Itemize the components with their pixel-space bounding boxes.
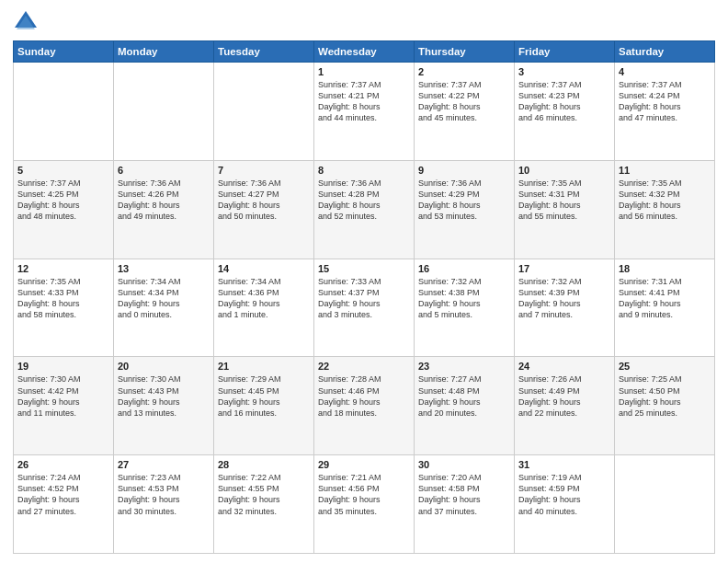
- calendar-cell: 21Sunrise: 7:29 AM Sunset: 4:45 PM Dayli…: [214, 357, 314, 455]
- calendar-cell: [14, 63, 114, 161]
- day-info: Sunrise: 7:32 AM Sunset: 4:38 PM Dayligh…: [418, 276, 510, 321]
- calendar-cell: 13Sunrise: 7:34 AM Sunset: 4:34 PM Dayli…: [114, 259, 214, 357]
- calendar-cell: 1Sunrise: 7:37 AM Sunset: 4:21 PM Daylig…: [314, 63, 415, 161]
- day-info: Sunrise: 7:34 AM Sunset: 4:36 PM Dayligh…: [218, 276, 310, 321]
- day-number: 29: [318, 459, 410, 470]
- day-info: Sunrise: 7:24 AM Sunset: 4:52 PM Dayligh…: [17, 472, 109, 517]
- day-number: 14: [218, 263, 310, 274]
- week-row-2: 5Sunrise: 7:37 AM Sunset: 4:25 PM Daylig…: [14, 160, 715, 259]
- day-info: Sunrise: 7:32 AM Sunset: 4:39 PM Dayligh…: [518, 276, 610, 321]
- page: SundayMondayTuesdayWednesdayThursdayFrid…: [0, 0, 728, 563]
- day-info: Sunrise: 7:29 AM Sunset: 4:45 PM Dayligh…: [218, 373, 310, 419]
- logo-icon: [13, 9, 39, 35]
- day-number: 3: [518, 66, 610, 77]
- header: [13, 9, 715, 35]
- day-info: Sunrise: 7:35 AM Sunset: 4:33 PM Dayligh…: [17, 276, 109, 321]
- weekday-header-tuesday: Tuesday: [214, 41, 314, 63]
- day-info: Sunrise: 7:36 AM Sunset: 4:29 PM Dayligh…: [418, 178, 510, 223]
- weekday-header-thursday: Thursday: [415, 41, 515, 63]
- day-number: 25: [619, 361, 711, 372]
- weekday-header-friday: Friday: [515, 41, 615, 63]
- calendar-cell: 6Sunrise: 7:36 AM Sunset: 4:26 PM Daylig…: [114, 160, 214, 259]
- calendar-cell: 15Sunrise: 7:33 AM Sunset: 4:37 PM Dayli…: [314, 259, 415, 357]
- day-number: 24: [518, 361, 610, 372]
- day-info: Sunrise: 7:33 AM Sunset: 4:37 PM Dayligh…: [318, 276, 410, 321]
- day-info: Sunrise: 7:36 AM Sunset: 4:27 PM Dayligh…: [218, 178, 310, 223]
- calendar-cell: 7Sunrise: 7:36 AM Sunset: 4:27 PM Daylig…: [214, 160, 314, 259]
- day-number: 20: [118, 361, 210, 372]
- day-number: 18: [619, 263, 711, 274]
- day-info: Sunrise: 7:22 AM Sunset: 4:55 PM Dayligh…: [218, 472, 310, 517]
- day-number: 15: [318, 263, 410, 274]
- calendar-cell: [214, 63, 314, 161]
- day-info: Sunrise: 7:23 AM Sunset: 4:53 PM Dayligh…: [118, 472, 210, 517]
- day-number: 4: [619, 66, 711, 77]
- calendar-cell: [615, 455, 715, 554]
- week-row-4: 19Sunrise: 7:30 AM Sunset: 4:42 PM Dayli…: [14, 357, 715, 455]
- day-info: Sunrise: 7:35 AM Sunset: 4:32 PM Dayligh…: [619, 178, 711, 223]
- calendar-cell: 5Sunrise: 7:37 AM Sunset: 4:25 PM Daylig…: [14, 160, 114, 259]
- calendar-cell: 19Sunrise: 7:30 AM Sunset: 4:42 PM Dayli…: [14, 357, 114, 455]
- day-number: 27: [118, 459, 210, 470]
- day-info: Sunrise: 7:21 AM Sunset: 4:56 PM Dayligh…: [318, 472, 410, 517]
- day-number: 23: [418, 361, 510, 372]
- calendar-cell: 23Sunrise: 7:27 AM Sunset: 4:48 PM Dayli…: [415, 357, 515, 455]
- day-number: 8: [318, 165, 410, 176]
- day-number: 16: [418, 263, 510, 274]
- day-info: Sunrise: 7:26 AM Sunset: 4:49 PM Dayligh…: [518, 373, 610, 419]
- day-info: Sunrise: 7:28 AM Sunset: 4:46 PM Dayligh…: [318, 373, 410, 419]
- calendar-cell: 9Sunrise: 7:36 AM Sunset: 4:29 PM Daylig…: [415, 160, 515, 259]
- calendar-cell: 12Sunrise: 7:35 AM Sunset: 4:33 PM Dayli…: [14, 259, 114, 357]
- calendar-cell: 11Sunrise: 7:35 AM Sunset: 4:32 PM Dayli…: [615, 160, 715, 259]
- weekday-header-saturday: Saturday: [615, 41, 715, 63]
- day-info: Sunrise: 7:37 AM Sunset: 4:22 PM Dayligh…: [418, 79, 510, 124]
- calendar-cell: [114, 63, 214, 161]
- calendar-cell: 25Sunrise: 7:25 AM Sunset: 4:50 PM Dayli…: [615, 357, 715, 455]
- calendar-cell: 22Sunrise: 7:28 AM Sunset: 4:46 PM Dayli…: [314, 357, 415, 455]
- calendar-cell: 31Sunrise: 7:19 AM Sunset: 4:59 PM Dayli…: [515, 455, 615, 554]
- day-info: Sunrise: 7:34 AM Sunset: 4:34 PM Dayligh…: [118, 276, 210, 321]
- day-info: Sunrise: 7:37 AM Sunset: 4:21 PM Dayligh…: [318, 79, 410, 124]
- day-info: Sunrise: 7:36 AM Sunset: 4:26 PM Dayligh…: [118, 178, 210, 223]
- day-info: Sunrise: 7:37 AM Sunset: 4:23 PM Dayligh…: [518, 79, 610, 124]
- week-row-3: 12Sunrise: 7:35 AM Sunset: 4:33 PM Dayli…: [14, 259, 715, 357]
- calendar-cell: 30Sunrise: 7:20 AM Sunset: 4:58 PM Dayli…: [415, 455, 515, 554]
- calendar-cell: 14Sunrise: 7:34 AM Sunset: 4:36 PM Dayli…: [214, 259, 314, 357]
- week-row-5: 26Sunrise: 7:24 AM Sunset: 4:52 PM Dayli…: [14, 455, 715, 554]
- calendar-cell: 18Sunrise: 7:31 AM Sunset: 4:41 PM Dayli…: [615, 259, 715, 357]
- calendar-cell: 2Sunrise: 7:37 AM Sunset: 4:22 PM Daylig…: [415, 63, 515, 161]
- day-number: 5: [17, 165, 109, 176]
- day-info: Sunrise: 7:30 AM Sunset: 4:42 PM Dayligh…: [17, 373, 109, 419]
- day-number: 12: [17, 263, 109, 274]
- day-number: 26: [17, 459, 109, 470]
- calendar-cell: 26Sunrise: 7:24 AM Sunset: 4:52 PM Dayli…: [14, 455, 114, 554]
- calendar-cell: 8Sunrise: 7:36 AM Sunset: 4:28 PM Daylig…: [314, 160, 415, 259]
- day-number: 28: [218, 459, 310, 470]
- day-info: Sunrise: 7:31 AM Sunset: 4:41 PM Dayligh…: [619, 276, 711, 321]
- day-info: Sunrise: 7:25 AM Sunset: 4:50 PM Dayligh…: [619, 373, 711, 419]
- calendar-cell: 17Sunrise: 7:32 AM Sunset: 4:39 PM Dayli…: [515, 259, 615, 357]
- calendar-cell: 3Sunrise: 7:37 AM Sunset: 4:23 PM Daylig…: [515, 63, 615, 161]
- day-info: Sunrise: 7:19 AM Sunset: 4:59 PM Dayligh…: [518, 472, 610, 517]
- calendar-cell: 24Sunrise: 7:26 AM Sunset: 4:49 PM Dayli…: [515, 357, 615, 455]
- calendar-cell: 16Sunrise: 7:32 AM Sunset: 4:38 PM Dayli…: [415, 259, 515, 357]
- calendar-cell: 4Sunrise: 7:37 AM Sunset: 4:24 PM Daylig…: [615, 63, 715, 161]
- calendar: SundayMondayTuesdayWednesdayThursdayFrid…: [13, 40, 715, 554]
- weekday-header-monday: Monday: [114, 41, 214, 63]
- weekday-header-sunday: Sunday: [14, 41, 114, 63]
- day-number: 21: [218, 361, 310, 372]
- day-info: Sunrise: 7:37 AM Sunset: 4:24 PM Dayligh…: [619, 79, 711, 124]
- day-number: 10: [518, 165, 610, 176]
- logo: [13, 9, 42, 35]
- day-info: Sunrise: 7:36 AM Sunset: 4:28 PM Dayligh…: [318, 178, 410, 223]
- day-number: 13: [118, 263, 210, 274]
- day-info: Sunrise: 7:30 AM Sunset: 4:43 PM Dayligh…: [118, 373, 210, 419]
- day-number: 7: [218, 165, 310, 176]
- week-row-1: 1Sunrise: 7:37 AM Sunset: 4:21 PM Daylig…: [14, 63, 715, 161]
- day-info: Sunrise: 7:35 AM Sunset: 4:31 PM Dayligh…: [518, 178, 610, 223]
- day-number: 19: [17, 361, 109, 372]
- day-number: 9: [418, 165, 510, 176]
- calendar-cell: 27Sunrise: 7:23 AM Sunset: 4:53 PM Dayli…: [114, 455, 214, 554]
- day-number: 6: [118, 165, 210, 176]
- calendar-cell: 28Sunrise: 7:22 AM Sunset: 4:55 PM Dayli…: [214, 455, 314, 554]
